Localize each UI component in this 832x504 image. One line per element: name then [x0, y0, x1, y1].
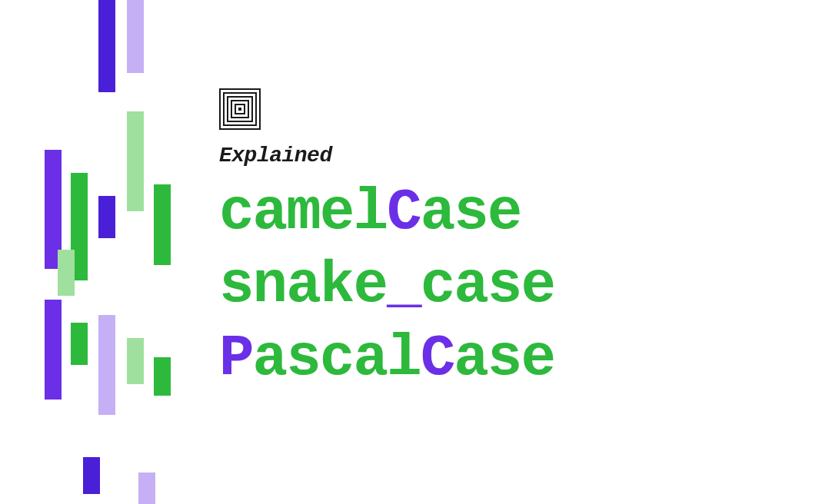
- decorative-bar: [71, 323, 88, 365]
- camel-suffix: ase: [421, 180, 521, 246]
- camel-case-line: camelCase: [219, 177, 554, 250]
- pascal-part-2: ase: [454, 326, 554, 392]
- decorative-bars-container: [0, 0, 215, 504]
- decorative-bar: [98, 0, 115, 92]
- decorative-bar: [58, 250, 75, 296]
- camel-highlight: C: [387, 180, 421, 246]
- snake-case-line: snake_case: [219, 250, 554, 323]
- decorative-bar: [98, 315, 115, 415]
- camel-prefix: camel: [219, 180, 387, 246]
- subtitle-text: Explained: [219, 144, 554, 167]
- decorative-bar: [127, 111, 144, 211]
- pascal-highlight-1: P: [219, 326, 253, 392]
- snake-prefix: snake: [219, 253, 387, 319]
- snake-suffix: case: [421, 253, 554, 319]
- decorative-bar: [98, 196, 115, 238]
- snake-highlight: _: [387, 253, 421, 319]
- decorative-bar: [127, 0, 144, 73]
- decorative-bar: [83, 457, 100, 494]
- decorative-bar: [127, 338, 144, 384]
- decorative-bar: [154, 184, 171, 265]
- decorative-bar: [138, 472, 155, 504]
- pascal-part-1: ascal: [253, 326, 421, 392]
- pascal-case-line: PascalCase: [219, 323, 554, 396]
- decorative-bar: [45, 300, 62, 400]
- spiral-logo-icon: [219, 88, 261, 130]
- decorative-bar: [154, 357, 171, 396]
- content-area: Explained camelCase snake_case PascalCas…: [219, 88, 554, 396]
- svg-rect-5: [238, 108, 241, 111]
- pascal-highlight-2: C: [421, 326, 454, 392]
